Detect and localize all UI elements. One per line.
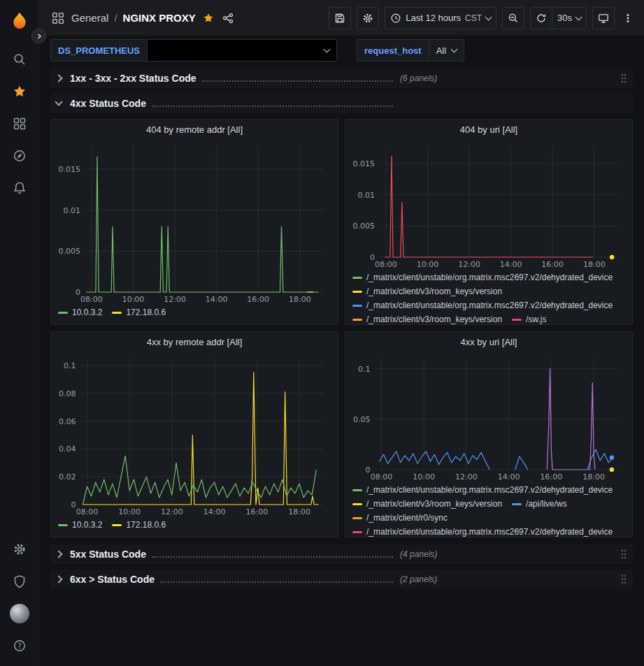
drag-handle-icon[interactable] — [620, 574, 627, 585]
starred-icon[interactable] — [4, 76, 35, 107]
server-admin-shield-icon[interactable] — [4, 566, 35, 597]
time-range-picker[interactable]: Last 12 hours CST — [385, 7, 496, 29]
chart-404-by-remote-addr[interactable]: 08:0010:0012:0014:0016:0018:0000.0050.01… — [55, 139, 334, 305]
series-color-marker — [352, 291, 362, 293]
series-label: /_matrix/client/unstable/org.matrix.msc2… — [366, 299, 613, 312]
request-host-select[interactable]: All — [429, 39, 464, 61]
chart-404-by-uri[interactable]: 08:0010:0012:0014:0016:0018:0000.0050.01… — [350, 139, 628, 270]
legend-item[interactable]: 10.0.3.2 — [58, 519, 102, 532]
svg-text:16:00: 16:00 — [247, 295, 269, 304]
avatar[interactable] — [10, 604, 29, 623]
svg-text:16:00: 16:00 — [246, 507, 269, 516]
dashboards-icon[interactable] — [4, 108, 35, 139]
legend-item[interactable]: /_matrix/client/r0/sync — [352, 512, 448, 525]
chevron-down-icon — [55, 98, 62, 106]
legend-item[interactable]: /_matrix/client/unstable/org.matrix.msc2… — [352, 484, 613, 497]
legend-item[interactable]: 10.0.3.2 — [58, 306, 102, 319]
series-color-marker — [112, 524, 122, 526]
kebab-menu-icon[interactable] — [620, 7, 636, 29]
drag-handle-icon[interactable] — [620, 549, 627, 560]
chart-4xx-by-remote-addr[interactable]: 08:0010:0012:0014:0016:0018:0000.020.040… — [55, 352, 334, 517]
series-color-marker — [58, 312, 68, 314]
svg-text:16:00: 16:00 — [541, 260, 564, 269]
datasource-variable: DS_PROMETHEUS — [50, 39, 337, 61]
zoom-out-button[interactable] — [502, 7, 524, 29]
panel-title[interactable]: 404 by uri [All] — [345, 120, 632, 139]
legend-item[interactable]: /_matrix/client/unstable/org.matrix.msc2… — [352, 271, 613, 284]
svg-text:0.02: 0.02 — [59, 472, 76, 482]
series-label: /_matrix/client/v3/room_keys/version — [366, 285, 502, 298]
series-label: /sw.js — [526, 313, 546, 324]
svg-text:12:00: 12:00 — [161, 507, 183, 516]
panel-title[interactable]: 4xx by remote addr [All] — [51, 332, 338, 352]
chevron-down-icon — [485, 13, 492, 20]
request-host-variable-label: request_host — [357, 39, 429, 61]
save-dashboard-button[interactable] — [329, 7, 351, 29]
svg-text:0.01: 0.01 — [358, 191, 375, 200]
svg-text:0.015: 0.015 — [353, 159, 375, 168]
legend-item[interactable]: 172.18.0.6 — [112, 306, 166, 319]
svg-text:0: 0 — [76, 288, 80, 297]
explore-compass-icon[interactable] — [4, 140, 35, 171]
configuration-gear-icon[interactable] — [4, 534, 35, 565]
svg-text:08:00: 08:00 — [76, 507, 99, 516]
row-title: 5xx Status Code — [70, 549, 146, 560]
svg-text:12:00: 12:00 — [455, 472, 478, 482]
variables-bar: DS_PROMETHEUS request_host All — [39, 36, 644, 67]
chevron-down-icon — [324, 46, 331, 53]
request-host-value: All — [436, 45, 446, 56]
dashboard-title[interactable]: NGINX PROXY — [123, 12, 196, 24]
topbar: General / NGINX PROXY Last 12 hours CST — [39, 0, 644, 36]
breadcrumb-section[interactable]: General — [71, 12, 108, 24]
svg-text:10:00: 10:00 — [417, 260, 439, 269]
svg-text:18:00: 18:00 — [583, 260, 606, 269]
alerting-bell-icon[interactable] — [4, 173, 35, 203]
grafana-logo-icon[interactable] — [4, 6, 35, 36]
dotted-leader — [202, 80, 393, 82]
chevron-right-icon — [55, 550, 62, 558]
series-label: 10.0.3.2 — [72, 519, 102, 532]
time-range-label: Last 12 hours — [406, 13, 461, 23]
search-icon[interactable] — [4, 44, 35, 75]
panel-title[interactable]: 4xx by uri [All] — [345, 332, 632, 352]
row-1xx-3xx-2xx-status-code[interactable]: 1xx - 3xx - 2xx Status Code (6 panels) — [50, 68, 633, 88]
help-icon[interactable]: ? — [4, 630, 35, 661]
legend-item[interactable]: /_matrix/client/unstable/org.matrix.msc2… — [352, 299, 613, 312]
user-avatar[interactable] — [4, 598, 35, 629]
topbar-actions: Last 12 hours CST 30s — [329, 7, 636, 29]
svg-text:08:00: 08:00 — [375, 260, 397, 269]
chart-4xx-by-uri[interactable]: 08:0010:0012:0014:0016:0018:0000.050.1 — [350, 352, 628, 482]
breadcrumb-separator: / — [114, 12, 117, 24]
row-4xx-status-code[interactable]: 4xx Status Code — [50, 94, 633, 113]
expand-sidebar-button[interactable] — [31, 29, 46, 43]
share-icon[interactable] — [221, 11, 235, 25]
legend-item[interactable]: /_matrix/client/v3/room_keys/version — [352, 285, 502, 298]
row-6xx-status-code[interactable]: 6xx > Status Code (2 panels) — [50, 570, 633, 589]
sidebar: ? — [0, 0, 39, 666]
legend-item[interactable]: /sw.js — [512, 313, 546, 324]
dashboard-settings-button[interactable] — [357, 7, 379, 29]
sidebar-bottom-group: ? — [4, 533, 35, 662]
series-label: 172.18.0.6 — [126, 306, 166, 319]
drag-handle-icon[interactable] — [620, 73, 627, 84]
row-title: 4xx Status Code — [70, 98, 146, 109]
series-color-marker — [352, 517, 362, 519]
series-color-marker — [352, 503, 362, 505]
legend-item[interactable]: /api/live/ws — [512, 498, 567, 511]
legend-item[interactable]: /_matrix/client/v3/room_keys/version — [352, 313, 502, 324]
svg-text:0.015: 0.015 — [59, 165, 81, 174]
refresh-interval-dropdown[interactable]: 30s — [552, 7, 587, 29]
datasource-select[interactable] — [147, 39, 337, 61]
legend-item[interactable]: /_matrix/client/v3/room_keys/version — [352, 498, 502, 511]
favorite-star-icon[interactable] — [201, 11, 215, 25]
row-5xx-status-code[interactable]: 5xx Status Code (4 panels) — [50, 544, 633, 564]
refresh-button[interactable] — [530, 7, 552, 29]
tv-mode-button[interactable] — [592, 7, 615, 29]
series-color-marker — [352, 489, 362, 491]
legend-item[interactable]: 172.18.0.6 — [112, 519, 166, 532]
row-title: 1xx - 3xx - 2xx Status Code — [70, 73, 196, 84]
series-color-marker — [352, 319, 362, 321]
panel-title[interactable]: 404 by remote addr [All] — [51, 120, 338, 139]
legend-item[interactable]: /_matrix/client/unstable/org.matrix.msc2… — [352, 526, 613, 537]
svg-text:0.005: 0.005 — [59, 247, 81, 256]
